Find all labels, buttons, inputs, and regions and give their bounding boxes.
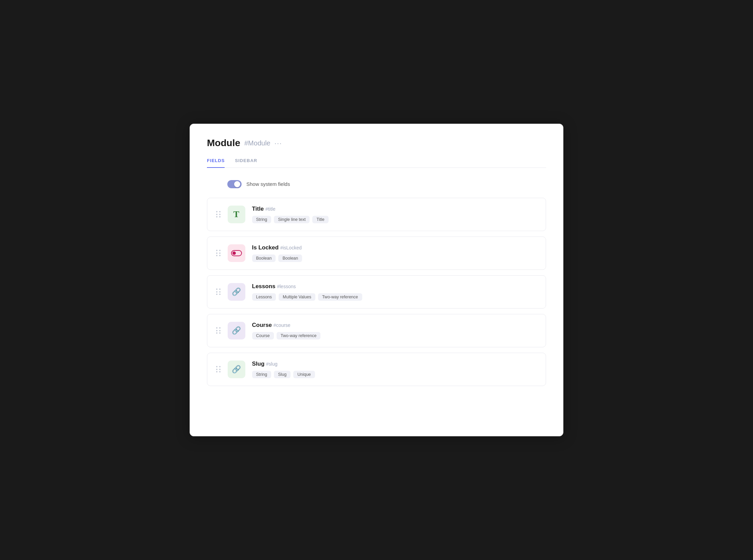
tag: Slug	[274, 371, 291, 378]
tag: String	[252, 371, 272, 378]
tag: Two-way reference	[318, 293, 362, 301]
field-card-islocked: Is Locked #isLocked Boolean Boolean	[207, 237, 546, 270]
tab-bar: FIELDS SIDEBAR	[207, 158, 546, 168]
field-icon-title: T	[228, 206, 245, 223]
tag: Multiple Values	[279, 293, 315, 301]
tag: Two-way reference	[277, 332, 321, 339]
field-icon-lessons: 🔗	[228, 283, 245, 301]
more-options-button[interactable]: ···	[275, 139, 282, 147]
field-icon-slug: 🔗	[228, 361, 245, 378]
tag: Single line text	[274, 216, 310, 223]
field-name-lessons: Lessons #lessons	[252, 283, 537, 290]
header: Module #Module ···	[207, 138, 546, 148]
field-card-course: 🔗 Course #course Course Two-way referenc…	[207, 314, 546, 347]
tag: Unique	[293, 371, 315, 378]
tab-sidebar[interactable]: SIDEBAR	[235, 158, 257, 168]
drag-handle-course[interactable]	[216, 327, 221, 334]
field-info-slug: Slug #slug String Slug Unique	[252, 361, 537, 378]
field-icon-islocked	[228, 244, 245, 262]
tag: Boolean	[278, 255, 302, 262]
field-tags-lessons: Lessons Multiple Values Two-way referenc…	[252, 293, 537, 301]
field-info-title: Title #title String Single line text Tit…	[252, 206, 537, 223]
tag: Boolean	[252, 255, 276, 262]
drag-handle-title[interactable]	[216, 211, 221, 217]
system-fields-label: Show system fields	[246, 181, 290, 187]
field-name-title: Title #title	[252, 206, 537, 212]
field-info-lessons: Lessons #lessons Lessons Multiple Values…	[252, 283, 537, 301]
field-tags-islocked: Boolean Boolean	[252, 255, 537, 262]
field-card-title: T Title #title String Single line text T…	[207, 198, 546, 231]
tag: Title	[312, 216, 328, 223]
field-card-lessons: 🔗 Lessons #lessons Lessons Multiple Valu…	[207, 275, 546, 309]
field-info-course: Course #course Course Two-way reference	[252, 322, 537, 339]
field-card-slug: 🔗 Slug #slug String Slug Unique	[207, 353, 546, 386]
field-tags-slug: String Slug Unique	[252, 371, 537, 378]
tag: Course	[252, 332, 274, 339]
field-tags-title: String Single line text Title	[252, 216, 537, 223]
main-window: Module #Module ··· FIELDS SIDEBAR Show s…	[190, 124, 563, 436]
tab-fields[interactable]: FIELDS	[207, 158, 225, 168]
field-info-islocked: Is Locked #isLocked Boolean Boolean	[252, 244, 537, 262]
field-tags-course: Course Two-way reference	[252, 332, 537, 339]
field-name-slug: Slug #slug	[252, 361, 537, 367]
tag: String	[252, 216, 272, 223]
drag-handle-slug[interactable]	[216, 366, 221, 372]
field-name-islocked: Is Locked #isLocked	[252, 244, 537, 251]
show-system-fields-row: Show system fields	[227, 180, 546, 188]
field-icon-course: 🔗	[228, 322, 245, 339]
fields-list: T Title #title String Single line text T…	[207, 198, 546, 386]
drag-handle-lessons[interactable]	[216, 288, 221, 295]
system-fields-toggle[interactable]	[227, 180, 242, 188]
field-name-course: Course #course	[252, 322, 537, 329]
page-hash: #Module	[244, 139, 270, 147]
page-title: Module	[207, 138, 240, 148]
drag-handle-islocked[interactable]	[216, 250, 221, 256]
tag: Lessons	[252, 293, 276, 301]
